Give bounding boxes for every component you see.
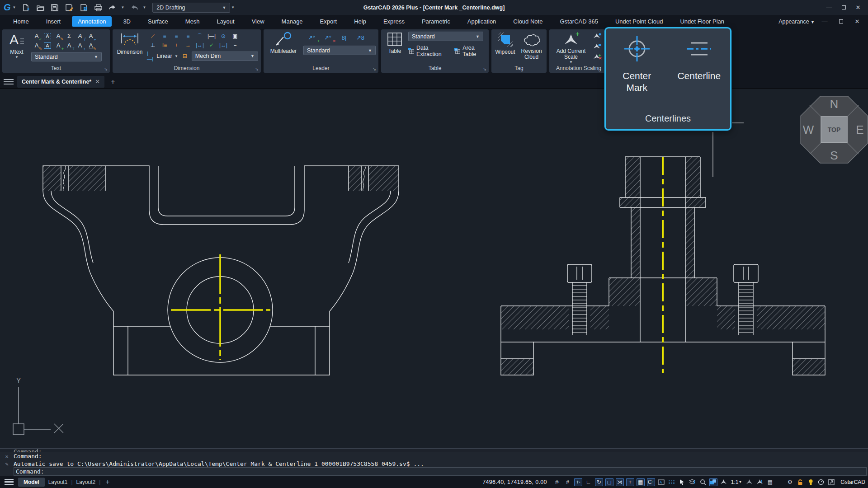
undo-list-caret-icon[interactable]: ▼ xyxy=(121,5,124,9)
file-tabs-menu-icon[interactable] xyxy=(4,79,14,84)
logo-menu-caret-icon[interactable]: ▼ xyxy=(13,5,16,9)
center-mark-button[interactable]: Center Mark xyxy=(608,34,666,94)
compass-top-face[interactable]: TOP xyxy=(828,126,841,133)
dim-diameter-icon[interactable]: ⊙ xyxy=(217,32,229,41)
dim-edit-icon[interactable]: → xyxy=(182,41,194,50)
performance-icon[interactable] xyxy=(817,478,825,486)
tab-home[interactable]: Home xyxy=(7,16,35,27)
linear-dimension-dropdown[interactable]: |—|Linear▼ xyxy=(147,51,178,61)
toolbar-options-caret-icon[interactable]: ▼ xyxy=(231,5,235,9)
redo-button[interactable] xyxy=(128,3,140,13)
tab-annotation[interactable]: Annotation xyxy=(72,16,112,27)
save-button[interactable] xyxy=(49,3,61,13)
tab-manage[interactable]: Manage xyxy=(276,16,309,27)
tab-view[interactable]: View xyxy=(246,16,270,27)
tab-undet-floor-plan[interactable]: Undet Floor Plan xyxy=(674,16,730,27)
text-edit-icon[interactable]: A✎ xyxy=(31,41,42,51)
ortho-mode-icon[interactable]: ∟ xyxy=(585,478,593,486)
dim-tolerance-icon[interactable]: Ι≡ xyxy=(159,41,170,50)
object-snap-3d-icon[interactable]: ⋊ xyxy=(616,478,624,486)
wipeout-button[interactable]: Wipeout xyxy=(494,32,516,65)
centerline-button[interactable]: Centerline xyxy=(670,34,728,94)
dynamic-input-icon[interactable]: C+ xyxy=(647,478,655,486)
leader-collect-icon[interactable]: ↗8 xyxy=(352,33,368,43)
text-scale-icon[interactable]: A↕ xyxy=(75,41,85,51)
spell-check-icon[interactable]: A✓ xyxy=(31,32,42,41)
dim-stacked-icon[interactable]: ≡ xyxy=(182,32,194,41)
tab-3d[interactable]: 3D xyxy=(117,16,137,27)
document-tab-active[interactable]: Center Mark & Centerline* ✕ xyxy=(17,76,104,88)
new-file-button[interactable] xyxy=(20,3,32,13)
compass-north[interactable]: N xyxy=(830,97,839,111)
tab-help[interactable]: Help xyxy=(348,16,372,27)
text-oblique-icon[interactable]: A/ xyxy=(75,32,85,41)
text-dialog-launcher[interactable]: ↘ xyxy=(104,66,108,73)
annotation-visibility-icon[interactable] xyxy=(720,478,728,486)
tab-layout[interactable]: Layout xyxy=(211,16,241,27)
dim-add-icon[interactable]: + xyxy=(170,41,182,50)
dim-aligned-icon[interactable]: ⟋ xyxy=(147,32,159,41)
text-style-dropdown[interactable]: Standard ▼ xyxy=(31,52,102,61)
add-current-scale-button[interactable]: + Add Current Scale ▼ xyxy=(552,32,590,65)
tab-undet-point-cloud[interactable]: Undet Point Cloud xyxy=(609,16,669,27)
doc-close-button[interactable]: ✕ xyxy=(851,18,863,26)
model-tab[interactable]: Model xyxy=(18,478,45,487)
tab-express[interactable]: Express xyxy=(377,16,410,27)
compass-south[interactable]: S xyxy=(830,149,838,162)
scale-list-box-icon[interactable] xyxy=(593,43,602,52)
dim-arc-icon[interactable]: ⌒ xyxy=(194,32,206,41)
dim-style-dropdown[interactable]: Mech Dim ▼ xyxy=(192,52,258,61)
doc-minimize-button[interactable]: — xyxy=(818,18,831,26)
sum-icon[interactable]: Σ xyxy=(64,32,75,41)
selection-cycling-icon[interactable] xyxy=(678,478,686,486)
dim-break-icon[interactable]: |↔| xyxy=(217,41,229,50)
snap-mode-icon[interactable]: +▪ xyxy=(574,478,582,486)
dimension-button[interactable]: Dimension xyxy=(115,32,144,65)
layer-isolate-icon[interactable] xyxy=(689,478,697,486)
dim-distance-icon[interactable]: |—| xyxy=(206,32,217,41)
new-layout-button[interactable]: ＋ xyxy=(104,478,111,486)
area-table-button[interactable]: m Area Table xyxy=(454,45,486,57)
status-menu-icon[interactable] xyxy=(5,479,14,485)
save-as-button[interactable] xyxy=(63,3,75,13)
tab-gstarcad-365[interactable]: GstarCAD 365 xyxy=(554,16,604,27)
lineweight-icon[interactable] xyxy=(668,478,676,486)
text-box-icon[interactable]: A xyxy=(42,41,53,51)
polar-tracking-icon[interactable]: ↻ xyxy=(595,478,603,486)
dim-jog-icon[interactable]: ⌁ xyxy=(229,41,241,50)
table-style-dropdown[interactable]: Standard ▼ xyxy=(408,32,483,41)
settings-gear-icon[interactable]: ⚙ xyxy=(786,478,794,486)
dim-check-icon[interactable]: ✓ xyxy=(206,41,217,50)
command-close-icon[interactable]: ✕ xyxy=(0,453,14,460)
data-extraction-button[interactable]: Data Extraction xyxy=(408,45,450,57)
compass-east[interactable]: E xyxy=(856,123,863,136)
clean-screen-icon[interactable] xyxy=(827,478,835,486)
app-logo-icon[interactable]: G xyxy=(4,2,11,13)
tab-application[interactable]: Application xyxy=(462,16,502,27)
object-snap-icon[interactable]: ◻ xyxy=(605,478,613,486)
tab-cloud-note[interactable]: Cloud Note xyxy=(507,16,548,27)
print-button[interactable] xyxy=(92,3,104,13)
leader-style-dropdown[interactable]: Standard ▼ xyxy=(303,46,376,55)
table-button[interactable]: Table xyxy=(384,32,406,65)
dim-ordinate-icon[interactable]: ⊥ xyxy=(147,41,159,50)
scale-list-gear-icon[interactable] xyxy=(593,33,602,41)
text-underline-icon[interactable]: A✎ xyxy=(85,41,96,51)
dimension-dialog-launcher[interactable]: ↘ xyxy=(255,66,259,73)
leader-add-icon[interactable]: ↗°+ xyxy=(303,33,320,43)
revision-cloud-button[interactable]: Revision Cloud xyxy=(519,32,544,65)
command-edit-icon[interactable]: ✎ xyxy=(0,461,14,467)
properties-list-icon[interactable]: ▤ xyxy=(766,478,774,486)
appearance-dropdown[interactable]: Appearance ▼ xyxy=(778,19,815,25)
restore-button[interactable] xyxy=(837,3,850,13)
hardware-acceleration-icon[interactable] xyxy=(807,478,815,486)
workspace-dropdown[interactable]: 2D Drafting ▼ xyxy=(152,3,230,13)
text-paste-edit-icon[interactable]: A✎ xyxy=(53,32,64,41)
leader-align-icon[interactable]: 8| xyxy=(336,33,352,43)
dim-chain-icon[interactable]: ⊟ xyxy=(180,52,190,61)
text-corner-icon[interactable]: A⌐ xyxy=(85,32,96,41)
tab-mesh[interactable]: Mesh xyxy=(179,16,206,27)
minimize-button[interactable]: — xyxy=(823,3,835,13)
batch-plot-button[interactable] xyxy=(78,3,90,13)
zoom-icon[interactable] xyxy=(699,478,707,486)
